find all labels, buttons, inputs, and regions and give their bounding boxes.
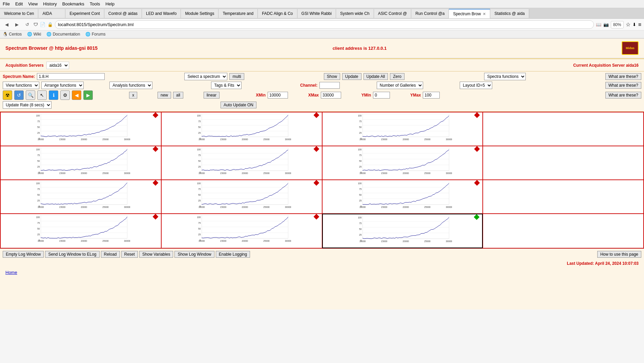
gallery-cell[interactable]: 1007550250aida13 1.8.H100001500020000250… bbox=[322, 180, 483, 214]
gallery-cell[interactable] bbox=[483, 180, 644, 214]
show-variables-button[interactable]: Show Variables bbox=[139, 251, 173, 258]
home-link[interactable]: Home bbox=[5, 270, 17, 275]
refresh-icon-button[interactable]: ↺ bbox=[14, 90, 24, 100]
zero-button[interactable]: Zero bbox=[390, 73, 404, 80]
spectra-functions-select[interactable]: Spectra functions bbox=[484, 73, 526, 80]
xmax-input[interactable] bbox=[321, 92, 341, 99]
gallery-cell[interactable]: 1007550250aida07 1.8.H100001500020000250… bbox=[161, 214, 322, 248]
bookmark-centos[interactable]: 🐧 Centos bbox=[3, 32, 22, 37]
controls-row-3: ☢ ↺ 🔍 ↖ ℹ ⚙ ◀ ▶ x new all linear XMin XM… bbox=[3, 90, 641, 100]
auto-update-button[interactable]: Auto Update ON bbox=[221, 102, 256, 108]
svg-text:75: 75 bbox=[37, 154, 40, 156]
multi-button[interactable]: multi bbox=[229, 73, 244, 80]
menu-edit[interactable]: Edit bbox=[15, 1, 23, 6]
select-spectrum-dropdown[interactable]: Select a spectrum bbox=[184, 73, 227, 80]
tab-system[interactable]: System wide Ch bbox=[336, 9, 374, 18]
gallery-cell[interactable] bbox=[483, 146, 644, 180]
tab-control[interactable]: Control @ aidas bbox=[104, 9, 142, 18]
radiation-icon-button[interactable]: ☢ bbox=[3, 90, 12, 100]
update-all-button[interactable]: Update All bbox=[363, 73, 388, 80]
arrange-functions-select[interactable]: Arrange functions bbox=[41, 82, 84, 89]
star-icon[interactable]: ☆ bbox=[626, 21, 630, 28]
what-are-these-3-button[interactable]: What are these? bbox=[605, 92, 641, 99]
show-button[interactable]: Show bbox=[324, 73, 340, 80]
what-are-these-2-button[interactable]: What are these? bbox=[605, 82, 641, 89]
svg-text:15000: 15000 bbox=[59, 240, 66, 242]
gallery-cell[interactable]: 1007550250aida05 1.8.H100001500020000250… bbox=[322, 112, 483, 146]
svg-text:25000: 25000 bbox=[102, 206, 109, 208]
x-button[interactable]: x bbox=[129, 92, 137, 99]
bookmark-wiki[interactable]: 🌐 Wiki bbox=[27, 32, 41, 37]
ymax-input[interactable] bbox=[423, 92, 440, 99]
menu-help[interactable]: Help bbox=[105, 1, 115, 6]
spectrum-name-input[interactable] bbox=[37, 73, 105, 80]
layout-id-select[interactable]: Layout ID=5 bbox=[460, 82, 492, 89]
tab-module[interactable]: Module Settings bbox=[181, 9, 219, 18]
gallery-cell[interactable]: 1007550250aida10 1.8.H100001500020000250… bbox=[0, 180, 161, 214]
tab-statistics[interactable]: Statistics @ aida bbox=[490, 9, 529, 18]
enable-logging-button[interactable]: Enable Logging bbox=[216, 251, 250, 258]
tab-asic[interactable]: ASIC Control @ bbox=[374, 9, 412, 18]
forward-button[interactable]: ▶ bbox=[13, 21, 21, 28]
svg-text:50: 50 bbox=[37, 126, 40, 128]
gallery-cell[interactable]: 1007550250aida09 1.8.H100001500020000250… bbox=[0, 112, 161, 146]
gallery-cell[interactable]: 1007550250aida01 1.8.H100001500020000250… bbox=[161, 112, 322, 146]
analysis-functions-select[interactable]: Analysis functions bbox=[109, 82, 152, 89]
view-functions-select[interactable]: View functions bbox=[3, 82, 39, 89]
gallery-cell[interactable] bbox=[483, 214, 644, 248]
zoom-in-icon-button[interactable]: 🔍 bbox=[26, 90, 35, 100]
tab-close-icon[interactable]: ✕ bbox=[483, 12, 486, 16]
empty-log-window-button[interactable]: Empty Log Window bbox=[3, 251, 44, 258]
tab-led[interactable]: LED and Wavefo bbox=[142, 9, 181, 18]
tab-spectrum-browser[interactable]: Spectrum Brow ✕ bbox=[449, 9, 490, 18]
linear-button[interactable]: linear bbox=[204, 92, 220, 99]
gallery-cell[interactable]: 1007550250aida11 1.8.H100001500020000250… bbox=[0, 214, 161, 248]
gallery-cell[interactable]: 1007550250aida14 1.8.H100001500020000250… bbox=[161, 180, 322, 214]
tab-experiment[interactable]: Experiment Cont bbox=[65, 9, 104, 18]
reload-nav-button[interactable]: ↺ bbox=[23, 21, 32, 28]
how-to-use-button[interactable]: How to use this page bbox=[597, 251, 641, 258]
info-icon-button[interactable]: ℹ bbox=[49, 90, 58, 100]
back-button[interactable]: ◀ bbox=[3, 21, 11, 28]
acq-server-select[interactable]: aida16 bbox=[46, 62, 69, 69]
gallery-cell[interactable]: 1007550250aida15 1.8.H100001500020000250… bbox=[0, 146, 161, 180]
cursor-icon-button[interactable]: ↖ bbox=[37, 90, 47, 100]
what-are-these-1-button[interactable]: What are these? bbox=[605, 73, 641, 80]
gallery-cell[interactable] bbox=[483, 112, 644, 146]
update-rate-select[interactable]: Update Rate (8 secs) bbox=[3, 101, 51, 109]
tags-fits-select[interactable]: Tags & Fits bbox=[211, 82, 242, 89]
url-bar[interactable] bbox=[55, 20, 594, 29]
show-log-window-button[interactable]: Show Log Window bbox=[174, 251, 214, 258]
back-arrow-icon-button[interactable]: ◀ bbox=[72, 90, 81, 100]
gallery-cell[interactable]: 1007550250aida16 1.8.H100001500020000250… bbox=[322, 214, 483, 248]
xmin-input[interactable] bbox=[268, 92, 288, 99]
send-log-button[interactable]: Send Log Window to ELog bbox=[45, 251, 99, 258]
tab-fadc[interactable]: FADC Align & Co bbox=[258, 9, 297, 18]
menu-icon[interactable]: ≡ bbox=[638, 22, 641, 28]
reload-page-button[interactable]: Reload bbox=[101, 251, 120, 258]
forward-arrow-icon-button[interactable]: ▶ bbox=[83, 90, 93, 100]
tab-gsi[interactable]: GSI White Rabbi bbox=[297, 9, 336, 18]
new-button[interactable]: new bbox=[158, 92, 171, 99]
tab-welcome[interactable]: Welcome to Cen bbox=[0, 9, 38, 18]
number-of-galleries-select[interactable]: Number of Galleries bbox=[377, 82, 423, 89]
update-button[interactable]: Update bbox=[342, 73, 361, 80]
bookmark-forums[interactable]: 🌐 Forums bbox=[85, 32, 105, 37]
download-icon[interactable]: ⬇ bbox=[632, 22, 636, 27]
menu-file[interactable]: File bbox=[3, 1, 10, 6]
gallery-cell[interactable]: 1007550250aida12 1.8.H100001500020000250… bbox=[322, 146, 483, 180]
tab-run[interactable]: Run Control @a bbox=[411, 9, 449, 18]
menu-tools[interactable]: Tools bbox=[90, 1, 100, 6]
bookmark-documentation[interactable]: 🌐 Documentation bbox=[46, 32, 80, 37]
gallery-cell[interactable]: 1007550250aida03 1.8.H100001500020000250… bbox=[161, 146, 322, 180]
reset-button[interactable]: Reset bbox=[121, 251, 138, 258]
tab-aida[interactable]: AIDA bbox=[38, 9, 65, 18]
settings-icon-button[interactable]: ⚙ bbox=[60, 90, 70, 100]
all-button[interactable]: all bbox=[173, 92, 183, 99]
menu-bookmarks[interactable]: Bookmarks bbox=[62, 1, 84, 6]
menu-view[interactable]: View bbox=[28, 1, 38, 6]
menu-history[interactable]: History bbox=[43, 1, 57, 6]
tab-temp[interactable]: Temperature and bbox=[219, 9, 258, 18]
channel-input[interactable] bbox=[319, 82, 340, 89]
ymin-input[interactable] bbox=[373, 92, 390, 99]
